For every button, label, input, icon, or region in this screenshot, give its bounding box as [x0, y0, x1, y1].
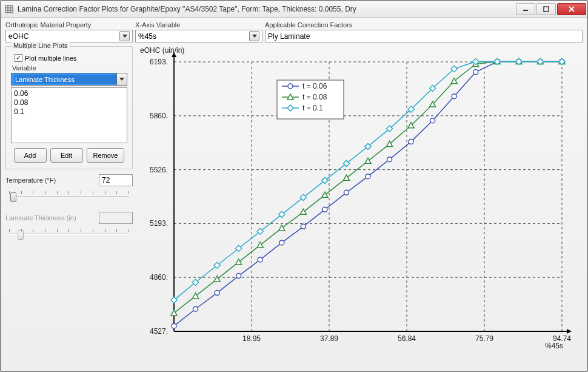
plot-multi-label: Plot multiple lines: [25, 55, 77, 62]
add-button[interactable]: Add: [14, 148, 47, 163]
svg-marker-14: [119, 78, 124, 81]
svg-text:5860.: 5860.: [150, 112, 168, 120]
svg-marker-37: [567, 329, 572, 334]
temperature-label: Temperature (°F): [5, 177, 95, 184]
svg-point-45: [258, 257, 262, 262]
variable-value: Laminate Thickness: [14, 75, 116, 84]
svg-text:18.95: 18.95: [242, 334, 261, 343]
thickness-slider: [5, 226, 133, 241]
content-area: Orthotropic Material Property X-Axis Var…: [1, 18, 587, 371]
titlebar: Lamina Correction Factor Plots for Graph…: [1, 1, 587, 18]
remove-button[interactable]: Remove: [87, 148, 125, 163]
svg-rect-9: [544, 7, 549, 12]
temperature-group: Temperature (°F) 72: [5, 173, 133, 203]
chevron-down-icon: [119, 31, 130, 41]
svg-text:5526.: 5526.: [150, 166, 168, 174]
svg-text:t = 0.08: t = 0.08: [302, 93, 327, 101]
svg-text:t = 0.06: t = 0.06: [302, 82, 327, 90]
svg-text:6193.: 6193.: [150, 58, 168, 66]
thickness-group: Laminate Thickness (in): [5, 211, 133, 241]
svg-point-47: [301, 224, 306, 229]
svg-marker-39: [172, 52, 176, 57]
window-title: Lamina Correction Factor Plots for Graph…: [18, 5, 515, 13]
minimize-button[interactable]: [516, 3, 535, 15]
ortho-prop-combo[interactable]: eOHC: [5, 30, 133, 42]
svg-marker-65: [279, 225, 285, 231]
svg-point-44: [236, 274, 241, 279]
list-item[interactable]: 0.08: [14, 98, 124, 107]
svg-point-42: [193, 306, 198, 311]
chart-panel: eOHC (uin/in) 4527.4860.5193.5526.5860.6…: [138, 46, 583, 367]
edit-button[interactable]: Edit: [50, 148, 83, 163]
thickness-label: Laminate Thickness (in): [5, 214, 95, 222]
svg-marker-13: [252, 35, 257, 38]
svg-point-54: [452, 94, 456, 99]
chevron-down-icon: [116, 73, 127, 85]
chevron-down-icon: [249, 31, 259, 41]
svg-text:5193.: 5193.: [150, 219, 168, 228]
list-item[interactable]: 0.1: [14, 107, 124, 117]
values-listbox[interactable]: 0.06 0.08 0.1: [11, 87, 127, 143]
appl-cf-field: Ply Laminate: [265, 30, 583, 42]
svg-point-52: [409, 139, 413, 144]
close-button[interactable]: [557, 3, 586, 15]
svg-point-51: [387, 157, 392, 162]
ortho-prop-value: eOHC: [8, 32, 28, 41]
svg-text:37.89: 37.89: [320, 334, 338, 343]
slider-thumb[interactable]: [10, 192, 16, 202]
thickness-input: [99, 212, 133, 224]
list-item[interactable]: 0.06: [14, 89, 124, 98]
variable-label: Variable: [12, 64, 127, 72]
svg-point-50: [366, 174, 370, 179]
svg-text:t = 0.1: t = 0.1: [302, 104, 323, 112]
window: Lamina Correction Factor Plots for Graph…: [0, 0, 588, 372]
svg-marker-12: [122, 35, 127, 38]
xaxis-var-label: X-Axis Variable: [135, 21, 262, 29]
svg-text:4860.: 4860.: [150, 273, 168, 282]
svg-point-41: [172, 323, 176, 328]
appl-cf-value: Ply Laminate: [268, 32, 310, 41]
svg-point-48: [322, 207, 327, 212]
svg-point-46: [279, 240, 284, 245]
svg-text:%45s: %45s: [545, 342, 563, 350]
xaxis-var-value: %45s: [138, 32, 156, 41]
variable-combo[interactable]: Laminate Thickness: [11, 73, 127, 86]
svg-text:4527.: 4527.: [150, 327, 168, 336]
slider-thumb: [18, 230, 24, 240]
app-icon: [4, 4, 14, 14]
xaxis-var-combo[interactable]: %45s: [135, 30, 262, 42]
svg-point-53: [430, 118, 435, 123]
ortho-prop-label: Orthotropic Material Property: [5, 21, 133, 29]
svg-text:56.84: 56.84: [398, 334, 416, 343]
chart: 4527.4860.5193.5526.5860.6193.18.9537.89…: [138, 46, 574, 356]
temperature-slider[interactable]: [5, 189, 133, 203]
left-panel: Multiple Line Plots Plot multiple lines …: [5, 46, 133, 367]
multiple-line-plots-group: Multiple Line Plots Plot multiple lines …: [5, 46, 133, 169]
svg-point-49: [344, 190, 349, 195]
maximize-button[interactable]: [536, 3, 556, 15]
svg-point-100: [288, 84, 293, 89]
svg-point-43: [215, 291, 219, 296]
plot-multi-checkbox[interactable]: [15, 54, 22, 62]
svg-point-55: [473, 70, 478, 75]
group-legend: Multiple Line Plots: [11, 42, 70, 49]
svg-text:75.79: 75.79: [475, 334, 493, 343]
temperature-input[interactable]: 72: [99, 174, 133, 186]
appl-cf-label: Applicable Correction Factors: [265, 21, 583, 29]
